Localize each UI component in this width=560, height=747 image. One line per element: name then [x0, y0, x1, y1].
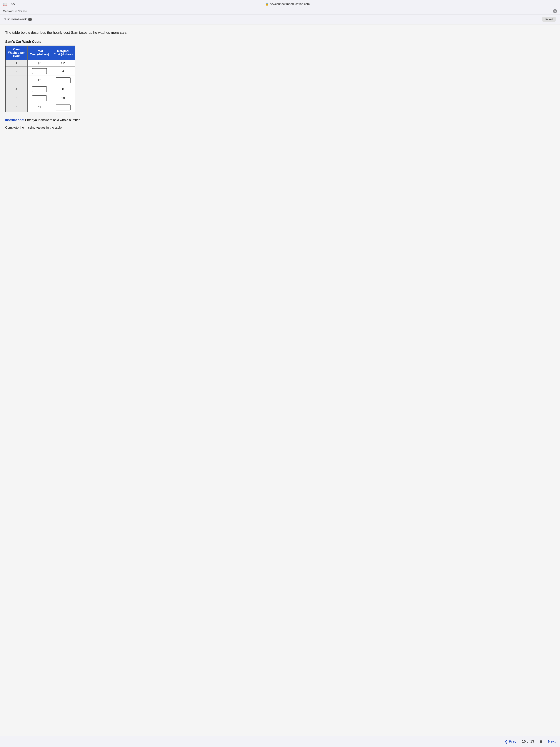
total-input-4[interactable]	[32, 86, 47, 92]
total-cell[interactable]	[28, 94, 51, 103]
page-indicator: 10 of 13	[522, 740, 534, 744]
total-cell: 42	[28, 103, 51, 112]
lock-icon: 🔒	[265, 3, 268, 5]
header-total: TotalCost (dollars)	[28, 46, 51, 60]
tab-close-button[interactable]: ✕	[553, 9, 557, 13]
cars-cell: 2	[5, 67, 28, 76]
table-row: 48	[5, 85, 75, 94]
complete-text: Complete the missing values in the table…	[5, 126, 555, 129]
next-button[interactable]: Next	[548, 740, 556, 744]
header-marginal: MarginalCost (dollars)	[51, 46, 75, 60]
of-label: of 13	[527, 740, 534, 743]
info-icon[interactable]: i	[28, 18, 32, 21]
marginal-input-3[interactable]	[56, 77, 71, 83]
url-text: newconnect.mheducation.com	[270, 2, 310, 6]
table-row: 24	[5, 67, 75, 76]
total-input-2[interactable]	[32, 68, 47, 74]
cars-cell: 1	[5, 60, 28, 67]
table-row: 312	[5, 76, 75, 85]
marginal-cell[interactable]	[51, 76, 75, 85]
current-page: 10	[522, 740, 526, 743]
marginal-cell: $2	[51, 60, 75, 67]
tab-bar: McGraw-Hill Connect ✕	[0, 8, 560, 15]
header-cars: CarsWashed perHour	[5, 46, 28, 60]
table-header-row: CarsWashed perHour TotalCost (dollars) M…	[5, 46, 75, 60]
footer-nav: ❮ Prev 10 of 13 ⊞ Next	[0, 736, 560, 747]
table-row: 510	[5, 94, 75, 103]
cars-cell: 4	[5, 85, 28, 94]
intro-text: The table below describes the hourly cos…	[5, 30, 555, 35]
main-content: The table below describes the hourly cos…	[0, 24, 560, 736]
page-header: tals: Homework i Saved	[0, 15, 560, 24]
total-cell: 12	[28, 76, 51, 85]
total-input-5[interactable]	[32, 96, 47, 101]
total-cell[interactable]	[28, 85, 51, 94]
book-icon[interactable]: 📖	[3, 2, 7, 6]
page-title-row: tals: Homework i	[4, 18, 32, 21]
saved-badge: Saved	[542, 17, 556, 22]
grid-icon[interactable]: ⊞	[540, 740, 542, 744]
browser-bar: 📖 AA 🔒 newconnect.mheducation.com	[0, 0, 560, 8]
tab-title: McGraw-Hill Connect	[3, 10, 27, 12]
url-bar[interactable]: 🔒 newconnect.mheducation.com	[18, 2, 557, 6]
marginal-cell[interactable]	[51, 103, 75, 112]
table-title: Sam's Car Wash Costs	[5, 40, 555, 44]
marginal-cell: 4	[51, 67, 75, 76]
total-cell: $2	[28, 60, 51, 67]
cars-cell: 5	[5, 94, 28, 103]
cars-cell: 6	[5, 103, 28, 112]
cars-cell: 3	[5, 76, 28, 85]
aa-label[interactable]: AA	[10, 2, 15, 6]
instructions-text: Enter your answers as a whole number.	[24, 118, 80, 122]
table-body: 1$2$22431248510642	[5, 60, 75, 112]
marginal-cell: 8	[51, 85, 75, 94]
cost-table: CarsWashed perHour TotalCost (dollars) M…	[5, 46, 75, 112]
prev-button[interactable]: ❮ Prev	[505, 739, 516, 744]
marginal-cell: 10	[51, 94, 75, 103]
page-title: tals: Homework	[4, 18, 27, 21]
table-row: 1$2$2	[5, 60, 75, 67]
total-cell[interactable]	[28, 67, 51, 76]
marginal-input-6[interactable]	[56, 104, 71, 110]
instructions: Instructions: Enter your answers as a wh…	[5, 118, 555, 123]
table-row: 642	[5, 103, 75, 112]
instructions-bold: Instructions:	[5, 118, 24, 122]
